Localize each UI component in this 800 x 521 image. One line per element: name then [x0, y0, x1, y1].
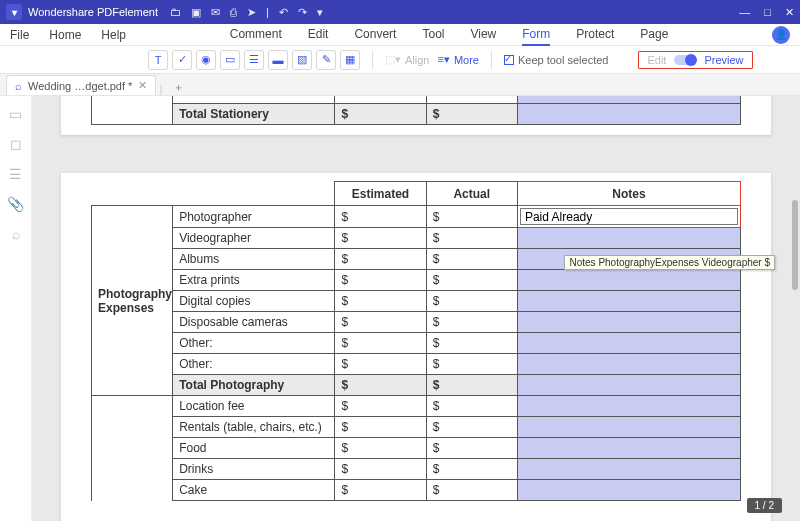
new-tab-button[interactable]: ＋	[173, 80, 184, 95]
mode-toggle[interactable]	[674, 55, 696, 65]
actual-cell[interactable]: $	[426, 459, 517, 480]
attachment-icon[interactable]: 📎	[7, 196, 24, 212]
menu-form[interactable]: Form	[522, 24, 550, 46]
estimated-cell[interactable]: $	[335, 438, 426, 459]
notes-cell[interactable]	[517, 354, 740, 375]
thumbnails-icon[interactable]: ▭	[9, 106, 22, 122]
menu-tool[interactable]: Tool	[422, 24, 444, 46]
close-icon[interactable]: ✕	[785, 6, 794, 19]
maximize-icon[interactable]: □	[764, 6, 771, 19]
notes-cell[interactable]	[517, 206, 740, 228]
estimated-cell[interactable]: $	[335, 206, 426, 228]
actual-cell[interactable]: $	[426, 480, 517, 501]
print-icon[interactable]: ⎙	[230, 6, 237, 19]
menu-file[interactable]: File	[10, 28, 29, 42]
page-indicator[interactable]: 1 / 2	[747, 498, 782, 513]
align-button[interactable]: ⬚▾ Align	[385, 53, 429, 66]
checkbox-icon[interactable]: ✓	[172, 50, 192, 70]
combobox-icon[interactable]: ▭	[220, 50, 240, 70]
user-avatar[interactable]: 👤	[772, 26, 790, 44]
actual-cell[interactable]: $	[426, 438, 517, 459]
estimated-cell[interactable]: $	[335, 354, 426, 375]
menu-page[interactable]: Page	[640, 24, 668, 46]
actual-cell[interactable]: $	[426, 206, 517, 228]
button-icon[interactable]: ▬	[268, 50, 288, 70]
notes-input[interactable]	[520, 208, 738, 225]
estimated-cell[interactable]: $	[335, 417, 426, 438]
title-bar: ▾ Wondershare PDFelement 🗀 ▣ ✉ ⎙ ➤ | ↶ ↷…	[0, 0, 800, 24]
notes-cell[interactable]	[517, 438, 740, 459]
radio-icon[interactable]: ◉	[196, 50, 216, 70]
listbox-icon[interactable]: ☰	[244, 50, 264, 70]
menu-protect[interactable]: Protect	[576, 24, 614, 46]
notes-cell[interactable]	[517, 312, 740, 333]
actual-cell[interactable]: $	[426, 333, 517, 354]
actual-cell[interactable]: $	[426, 354, 517, 375]
col-estimated: Estimated	[335, 182, 426, 206]
search-icon[interactable]: ⌕	[12, 226, 20, 242]
notes-cell[interactable]	[517, 228, 740, 249]
menu-view[interactable]: View	[470, 24, 496, 46]
tab-separator: |	[159, 83, 162, 95]
notes-cell[interactable]	[517, 417, 740, 438]
estimated-cell[interactable]: $	[335, 249, 426, 270]
image-field-icon[interactable]: ▧	[292, 50, 312, 70]
comments-icon[interactable]: ☰	[9, 166, 22, 182]
menu-home[interactable]: Home	[49, 28, 81, 42]
table-row	[92, 96, 741, 104]
more-button[interactable]: ≡▾ More	[437, 53, 478, 66]
estimated-cell[interactable]: $	[335, 480, 426, 501]
share-icon[interactable]: ➤	[247, 6, 256, 19]
estimated-cell[interactable]: $	[335, 312, 426, 333]
menu-convert[interactable]: Convert	[354, 24, 396, 46]
actual-cell[interactable]: $	[426, 249, 517, 270]
actual-cell[interactable]: $	[426, 417, 517, 438]
estimated-cell[interactable]: $	[335, 459, 426, 480]
tab-wedding-budget[interactable]: ⌕ Wedding …dget.pdf * ✕	[6, 75, 156, 95]
estimated-cell[interactable]: $	[335, 333, 426, 354]
date-icon[interactable]: ▦	[340, 50, 360, 70]
notes-cell[interactable]	[517, 459, 740, 480]
notes-cell[interactable]	[517, 291, 740, 312]
mail-icon[interactable]: ✉	[211, 6, 220, 19]
open-icon[interactable]: 🗀	[170, 6, 181, 19]
preview-mode-label[interactable]: Preview	[704, 54, 743, 66]
row-label: Albums	[173, 249, 335, 270]
tab-close-icon[interactable]: ✕	[138, 79, 147, 92]
actual-cell[interactable]: $	[426, 291, 517, 312]
image-icon[interactable]: ▣	[191, 6, 201, 19]
keep-tool-checkbox[interactable]: Keep tool selected	[504, 54, 609, 66]
menu-help[interactable]: Help	[101, 28, 126, 42]
estimated-cell[interactable]: $	[335, 291, 426, 312]
actual-cell[interactable]: $	[426, 270, 517, 291]
actual-cell[interactable]: $	[426, 228, 517, 249]
row-photographer: Photography Expenses Photographer $ $	[92, 206, 741, 228]
actual-cell[interactable]: $	[426, 312, 517, 333]
notes-cell[interactable]	[517, 104, 740, 125]
row-location-fee: Location fee $ $	[92, 396, 741, 417]
notes-cell[interactable]	[517, 375, 740, 396]
document-viewport[interactable]: Total Stationery $ $ Estimated Actual No…	[32, 96, 800, 521]
text-field-icon[interactable]: T	[148, 50, 168, 70]
notes-cell[interactable]	[517, 480, 740, 501]
tab-label: Wedding …dget.pdf *	[28, 80, 132, 92]
notes-cell[interactable]	[517, 396, 740, 417]
edit-mode-label[interactable]: Edit	[647, 54, 666, 66]
menu-comment[interactable]: Comment	[230, 24, 282, 46]
actual-cell[interactable]: $	[426, 396, 517, 417]
signature-icon[interactable]: ✎	[316, 50, 336, 70]
estimated-cell[interactable]: $	[335, 270, 426, 291]
estimated-cell[interactable]: $	[335, 396, 426, 417]
vertical-scrollbar[interactable]	[792, 200, 798, 290]
notes-cell[interactable]	[517, 270, 740, 291]
redo-icon[interactable]: ↷	[298, 6, 307, 19]
dropdown-icon[interactable]: ▾	[317, 6, 323, 19]
estimated-cell[interactable]: $	[335, 228, 426, 249]
bookmark-icon[interactable]: ◻	[10, 136, 22, 152]
notes-cell[interactable]	[517, 333, 740, 354]
col-actual: Actual	[426, 182, 517, 206]
row-food: Food $ $	[92, 438, 741, 459]
menu-edit[interactable]: Edit	[308, 24, 329, 46]
undo-icon[interactable]: ↶	[279, 6, 288, 19]
minimize-icon[interactable]: —	[739, 6, 750, 19]
